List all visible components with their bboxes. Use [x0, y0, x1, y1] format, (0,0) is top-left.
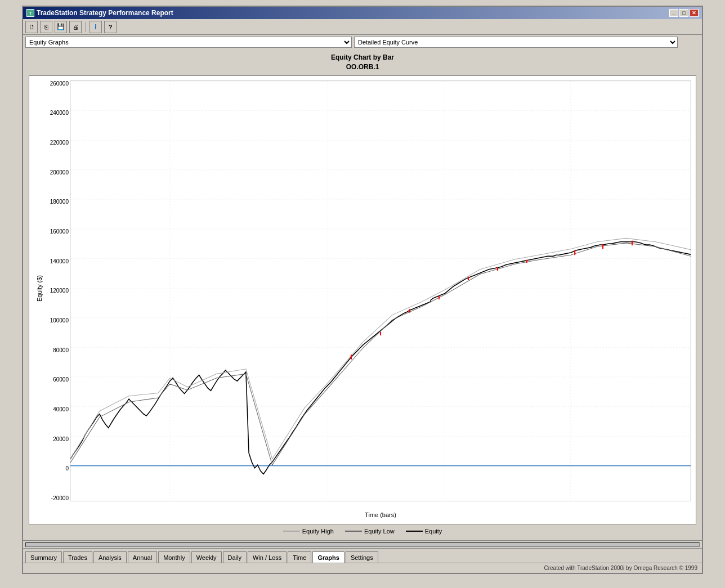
- save-icon: 💾: [57, 23, 65, 30]
- tab-win-loss[interactable]: Win / Loss: [248, 551, 287, 563]
- chart-title-line2: OO.ORB.1: [29, 62, 696, 72]
- title-bar-buttons: _ □ ✕: [669, 9, 699, 17]
- right-dropdown[interactable]: Detailed Equity Curve: [354, 37, 678, 48]
- new-icon: 🗋: [29, 24, 35, 30]
- tab-time[interactable]: Time: [288, 551, 311, 563]
- chart-title-line1: Equity Chart by Bar: [29, 53, 696, 62]
- help-icon: ?: [109, 24, 113, 30]
- equity-low-line: [70, 243, 691, 465]
- print-button[interactable]: 🖨: [69, 21, 82, 33]
- scrollbar-area: [23, 540, 702, 548]
- tab-weekly[interactable]: Weekly: [191, 551, 222, 563]
- tab-annual[interactable]: Annual: [128, 551, 157, 563]
- tab-settings[interactable]: Settings: [346, 551, 378, 563]
- tab-trades[interactable]: Trades: [63, 551, 92, 563]
- equity-high-legend-line: [283, 531, 300, 532]
- title-bar-left: T TradeStation Strategy Performance Repo…: [26, 9, 173, 17]
- y-axis-label: Equity ($): [36, 275, 43, 302]
- legend-area: Equity High Equity Low Equity: [29, 524, 696, 538]
- status-bar: Created with TradeStation 2000i by Omega…: [23, 563, 702, 573]
- legend-equity-high: Equity High: [283, 528, 334, 535]
- equity-high-legend-label: Equity High: [302, 528, 334, 535]
- save-button[interactable]: 💾: [55, 21, 67, 33]
- window-icon: T: [26, 9, 34, 17]
- equity-legend-label: Equity: [425, 528, 442, 535]
- copy-icon: ⎘: [44, 24, 48, 30]
- tab-daily[interactable]: Daily: [223, 551, 247, 563]
- bottom-tabs: Summary Trades Analysis Annual Monthly W…: [23, 548, 702, 563]
- tab-analysis[interactable]: Analysis: [93, 551, 127, 563]
- chart-inner: Equity ($) 260000 240000 220000 200000 1…: [29, 76, 696, 524]
- chart-title: Equity Chart by Bar OO.ORB.1: [29, 53, 696, 72]
- close-button[interactable]: ✕: [690, 9, 699, 17]
- status-text: Created with TradeStation 2000i by Omega…: [544, 565, 697, 571]
- toolbar-separator: [85, 22, 86, 32]
- title-bar: T TradeStation Strategy Performance Repo…: [23, 7, 702, 19]
- window-title: TradeStation Strategy Performance Report: [37, 9, 173, 17]
- left-dropdown[interactable]: Equity Graphs: [25, 37, 352, 48]
- help-button[interactable]: ?: [104, 21, 117, 33]
- y-axis-ticks: 260000 240000 220000 200000 180000 16000…: [45, 80, 69, 501]
- legend-equity: Equity: [406, 528, 442, 535]
- chart-svg: 02/01 09/01 06/02 01/03 09/03: [70, 80, 691, 501]
- chart-container: Equity ($) 260000 240000 220000 200000 1…: [29, 75, 696, 524]
- info-icon: i: [95, 23, 97, 31]
- equity-high-line: [70, 238, 691, 459]
- legend-equity-low: Equity Low: [345, 528, 395, 535]
- tab-summary[interactable]: Summary: [25, 551, 62, 563]
- y-axis-label-container: Equity ($): [34, 76, 45, 501]
- chart-area: Equity Chart by Bar OO.ORB.1 Equity ($) …: [23, 50, 702, 540]
- copy-button[interactable]: ⎘: [40, 21, 52, 33]
- x-axis-label: Time (bars): [70, 511, 691, 518]
- equity-low-legend-label: Equity Low: [364, 528, 395, 535]
- equity-line: [70, 241, 691, 474]
- equity-low-legend-line: [345, 531, 362, 532]
- scrollbar-track[interactable]: [25, 542, 700, 547]
- equity-legend-line: [406, 531, 423, 532]
- toolbar: 🗋 ⎘ 💾 🖨 i ?: [23, 19, 702, 35]
- info-button[interactable]: i: [89, 21, 102, 33]
- new-button[interactable]: 🗋: [25, 21, 38, 33]
- chart-plot: 02/01 09/01 06/02 01/03 09/03: [70, 80, 691, 501]
- dropdowns-row: Equity Graphs Detailed Equity Curve: [23, 35, 702, 50]
- tab-graphs[interactable]: Graphs: [312, 551, 344, 563]
- main-window: T TradeStation Strategy Performance Repo…: [22, 6, 703, 574]
- tab-monthly[interactable]: Monthly: [158, 551, 190, 563]
- minimize-button[interactable]: _: [669, 9, 678, 17]
- maximize-button[interactable]: □: [679, 9, 688, 17]
- print-icon: 🖨: [73, 24, 79, 30]
